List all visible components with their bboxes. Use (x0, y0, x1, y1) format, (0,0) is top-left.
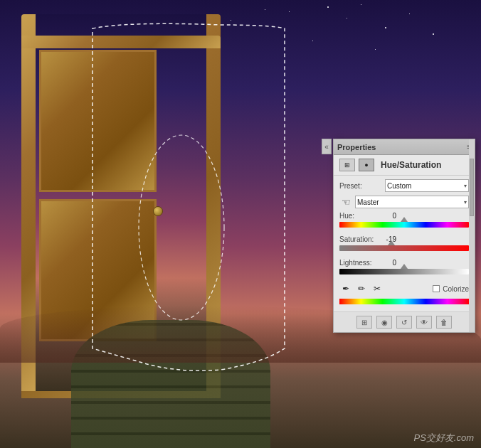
create-layer-btn[interactable]: ⊞ (356, 316, 372, 329)
hue-color-bar (339, 299, 469, 304)
adjustment-layers-icon-btn[interactable]: ⊞ (339, 159, 355, 171)
hand-tool-btn[interactable]: ☜ (339, 196, 352, 208)
saturation-slider-container: Saturation: -19 (339, 235, 469, 255)
eyedropper-icon: ✒ (342, 284, 349, 294)
lightness-slider-container: Lightness: 0 (339, 259, 469, 279)
light-track[interactable] (339, 269, 469, 279)
panel-collapse-button[interactable]: « (322, 139, 332, 154)
preset-label: Preset: (339, 182, 382, 190)
delete-btn[interactable]: 🗑 (436, 316, 452, 329)
hue-thumb[interactable] (401, 217, 408, 222)
properties-panel: Properties ≡ ⊞ ● Hue/Saturation Preset: … (333, 139, 475, 333)
watermark: PS交好友.com (413, 432, 474, 444)
view-btn[interactable]: 👁 (416, 316, 432, 329)
hand-icon: ☜ (342, 196, 351, 208)
eyedropper-plus-btn[interactable]: ✏ (355, 282, 368, 295)
scrollbar-thumb[interactable] (470, 159, 474, 216)
section-title: Hue/Saturation (381, 160, 441, 170)
light-value: 0 (379, 259, 396, 267)
preset-row: Preset: Custom ▾ (339, 179, 469, 192)
tools-row: ✒ ✏ ✂ Colorize (339, 282, 469, 295)
sat-track[interactable] (339, 245, 469, 255)
panel-header: ⊞ ● Hue/Saturation (334, 155, 475, 176)
hue-track[interactable] (339, 222, 469, 232)
light-label: Lightness: (339, 259, 379, 267)
channel-row: ☜ Master ▾ (339, 196, 469, 208)
properties-icon-btn[interactable]: ● (359, 159, 374, 171)
colorize-checkbox[interactable] (433, 285, 440, 292)
reset-btn[interactable]: ↺ (396, 316, 412, 329)
light-gradient-bar (339, 269, 469, 274)
eyedropper-btn[interactable]: ✒ (339, 282, 352, 295)
trash-icon: 🗑 (440, 319, 448, 326)
create-layer-icon: ⊞ (361, 319, 367, 326)
sat-row: Saturation: -19 (339, 235, 469, 243)
panel-title: Properties (337, 143, 376, 151)
eye-icon: ◉ (381, 319, 388, 326)
channel-dropdown-arrow: ▾ (464, 199, 467, 206)
sat-label: Saturation: (339, 235, 379, 243)
sat-thumb[interactable] (388, 240, 395, 245)
preset-select[interactable]: Custom ▾ (385, 179, 469, 192)
preset-value: Custom (387, 182, 411, 190)
preset-dropdown-arrow: ▾ (464, 183, 467, 189)
view-icon: 👁 (421, 319, 428, 326)
hue-gradient-bar (339, 222, 469, 228)
hue-value: 0 (379, 212, 396, 220)
panel-scrollbar[interactable] (469, 139, 475, 332)
sat-gradient-bar (339, 245, 469, 251)
watermark-text: PS交好友.com (413, 432, 474, 443)
reset-icon: ↺ (401, 319, 407, 326)
light-thumb[interactable] (401, 264, 408, 269)
layers-icon: ⊞ (344, 161, 350, 169)
visibility-btn[interactable]: ◉ (376, 316, 392, 329)
colorize-row: Colorize (433, 285, 469, 293)
panel-titlebar: Properties ≡ (334, 139, 475, 155)
channel-value: Master (357, 198, 379, 206)
colorize-label: Colorize (443, 285, 469, 293)
hue-slider-container: Hue: 0 (339, 212, 469, 232)
circle-icon: ● (364, 161, 368, 169)
panel-body: Preset: Custom ▾ ☜ Master ▾ Hue: 0 (334, 176, 475, 311)
panel-footer: ⊞ ◉ ↺ 👁 🗑 (334, 311, 475, 332)
collapse-icon: « (324, 143, 329, 151)
eyedropper-minus-btn[interactable]: ✂ (371, 282, 384, 295)
eyedropper-plus-icon: ✏ (358, 284, 365, 294)
hue-label: Hue: (339, 212, 379, 220)
eyedropper-minus-icon: ✂ (374, 284, 381, 294)
channel-select[interactable]: Master ▾ (355, 196, 469, 208)
